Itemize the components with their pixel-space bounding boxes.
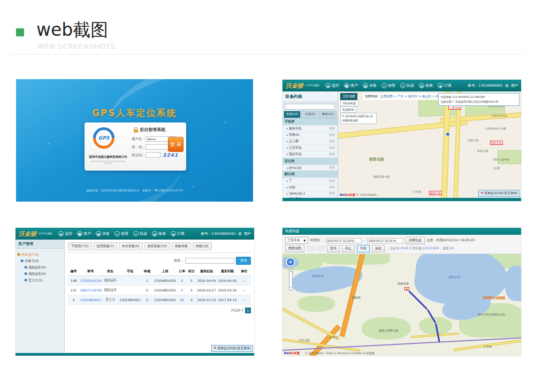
- nav-item[interactable]: ≈ 轨迹: [133, 231, 147, 236]
- device-row[interactable]: 何姐 离线: [282, 185, 338, 191]
- tree-node[interactable]: ☻ 我的运手(0): [17, 264, 63, 271]
- nav-item[interactable]: ▤ 报表: [152, 231, 166, 236]
- device-marker[interactable]: 三星手机: [448, 105, 461, 110]
- cell-orders-link[interactable]: 60: [177, 295, 187, 305]
- time-to-field[interactable]: [367, 238, 403, 243]
- login-button[interactable]: 登 录: [168, 137, 184, 152]
- map-label: 翠湖大厦: [477, 149, 488, 152]
- refresh-button[interactable]: 3秒后刷新: [340, 100, 358, 106]
- user-tab[interactable]: 使用设备(7): [94, 242, 118, 250]
- cell-account-link[interactable]: 13700140156: [79, 276, 102, 286]
- nav-item[interactable]: ◉ 监控: [58, 231, 72, 236]
- alarm-list-bar[interactable]: ⚑ 报警监控列表(暂无警情): [211, 345, 253, 352]
- tree-node[interactable]: ☻ 王立立(1): [17, 277, 63, 283]
- nav-icon: ▦: [363, 83, 368, 88]
- nav-item[interactable]: ≈ 轨迹: [400, 83, 414, 88]
- tree-node[interactable]: ☻ 主账号(3): [17, 258, 63, 264]
- time-from-field[interactable]: [325, 238, 362, 243]
- monitor-screenshot: 沃金骏 人车定位服务 ◉ 监控 ☻ 用户 ▦ 设备: [282, 79, 522, 202]
- device-name: BF4C06: [286, 166, 301, 170]
- user-tab[interactable]: 下级用户(3): [68, 242, 92, 250]
- device-name: 定位类: [285, 159, 295, 164]
- device-row[interactable]: 丁 离线: [282, 178, 338, 185]
- user-tab[interactable]: 未分设备(0): [119, 242, 143, 250]
- user-tab[interactable]: 设备转移: [172, 242, 191, 250]
- playback-control-button[interactable]: 停止: [342, 245, 355, 252]
- search-input[interactable]: [185, 258, 234, 264]
- playback-control-button[interactable]: 暂停: [327, 245, 340, 252]
- cell-account-link[interactable]: 13554856617: [79, 295, 102, 305]
- vehicle-marker[interactable]: ▣: [404, 287, 409, 290]
- device-tab[interactable]: 离线(22): [319, 111, 337, 118]
- device-row[interactable]: 我的手机 离线: [282, 151, 338, 158]
- nav-item[interactable]: ◆ 订单: [438, 83, 452, 88]
- device-row[interactable]: 三星手机 离线: [282, 145, 338, 151]
- map-canvas[interactable]: 丽新花园 丽新花园-A栋 九祥岭村·西区 九祥岭村宿舍 翠湖大厦 绿景大厦 一品…: [338, 91, 521, 198]
- user-tab[interactable]: 虚拟设备(15): [144, 242, 170, 250]
- captcha-image[interactable]: 3241: [163, 152, 178, 158]
- satellite-map-button[interactable]: 卫星地图: [340, 93, 357, 100]
- table-row[interactable]: 131 18923718781 我的运手 0 13554804391 0 5 2…: [68, 286, 251, 295]
- tree-node[interactable]: ☻ 我的运手(0): [17, 271, 63, 277]
- load-track-button[interactable]: 加载轨迹: [406, 237, 425, 244]
- gear-icon[interactable]: ⚙: [505, 83, 509, 88]
- nav-item[interactable]: ◆ 订单: [171, 231, 185, 236]
- breadcrumb-path[interactable]: 全国地图 > 广东 > 深圳市 > 南山区 > 街道: [380, 95, 442, 98]
- device-row[interactable]: 魅族手机 离线: [282, 126, 338, 132]
- device-select[interactable]: 三星手机▼: [285, 237, 308, 244]
- device-tab[interactable]: 全部(22): [284, 111, 301, 118]
- device-row[interactable]: 3BM100-2 离线: [282, 191, 338, 196]
- nav-item[interactable]: ▤ 报表: [419, 83, 433, 88]
- nav-item[interactable]: ⚠ 报警: [114, 231, 128, 236]
- map-canvas[interactable]: ▣ 铁岗水库 西沥水库 西丽茶场 深圳野生动物园 清华大学深圳研究生院 大学城 …: [282, 254, 521, 356]
- alarm-list-bar[interactable]: ⚑ 报警监控列表(暂无警情): [478, 190, 520, 197]
- tree-node[interactable]: ☻ 所有用户(5): [17, 251, 63, 258]
- device-row[interactable]: 手机类: [282, 118, 338, 126]
- cell-orders-link[interactable]: 0: [177, 276, 187, 286]
- box-select-button[interactable]: 框选图形: [340, 106, 356, 113]
- user-tab[interactable]: 转移日志: [193, 242, 212, 250]
- user-menu[interactable]: 用户: [244, 232, 251, 236]
- cell-orders-link[interactable]: 0: [177, 286, 187, 295]
- column-header: 服务到期: [217, 267, 238, 276]
- device-row[interactable]: 定位类: [282, 158, 338, 165]
- cell-account-link[interactable]: 18923718781: [79, 286, 102, 295]
- map-zoom-slider[interactable]: +−: [289, 269, 293, 290]
- device-row[interactable]: 五二腾 离线: [282, 139, 338, 145]
- device-row[interactable]: 我的车辆 离线: [282, 196, 338, 198]
- device-row[interactable]: 苹果6S 离线: [282, 132, 338, 139]
- map-pan-control[interactable]: ✛: [286, 257, 295, 267]
- playback-control-button[interactable]: 加速: [357, 245, 370, 252]
- nav-item[interactable]: ⚠ 报警: [381, 83, 395, 88]
- nav-item[interactable]: ▦ 设备: [363, 83, 377, 88]
- nav-item[interactable]: ☻ 用户: [77, 231, 91, 236]
- zoom-in-button[interactable]: +: [289, 270, 292, 273]
- device-marker[interactable]: 魅族手机: [429, 191, 442, 195]
- nav-item[interactable]: ▦ 设备: [96, 231, 110, 236]
- device-search-input[interactable]: [285, 104, 335, 110]
- column-header: 姓名: [102, 267, 119, 276]
- captcha-field[interactable]: [146, 152, 160, 158]
- coordinate-infobox: 当前坐标:113.960955,22.589384 当前位置:广东省深圳市南山区…: [438, 93, 519, 106]
- map-label: 九祥岭村宿舍: [491, 114, 507, 117]
- device-status: 离线: [329, 166, 335, 170]
- map-label: 九同岭村办公大楼: [485, 127, 506, 130]
- playback-control-button[interactable]: 减速: [372, 245, 385, 252]
- device-row[interactable]: 默认组: [282, 171, 338, 178]
- nav-item[interactable]: ☻ 用户: [344, 83, 358, 88]
- nav-item[interactable]: ◉ 监控: [325, 83, 339, 88]
- reload-map-button[interactable]: 重载地图: [285, 245, 304, 252]
- tree-node-label: 所有用户(5): [21, 252, 39, 256]
- device-tab[interactable]: 在线(0): [301, 111, 318, 118]
- page-number-button[interactable]: 1: [245, 308, 251, 313]
- user-menu[interactable]: 用户: [511, 83, 518, 88]
- device-marker[interactable]: 我的手机: [490, 141, 503, 145]
- refresh-note[interactable]: ☑ 定时刷新全地图手机 按间隔刷新地图: [340, 113, 377, 124]
- zoom-out-button[interactable]: −: [289, 286, 292, 289]
- device-row[interactable]: BF4C06 离线: [282, 165, 338, 171]
- search-button[interactable]: 查询: [236, 257, 251, 265]
- table-row[interactable]: 4 13554856617 王立立 13554856617 0 13554804…: [68, 295, 251, 305]
- password-label: 密 码：: [132, 145, 146, 150]
- gear-icon[interactable]: ⚙: [238, 232, 242, 236]
- table-row[interactable]: 148 13700140156 我的运手 1 13554804391 0 5 2…: [68, 276, 251, 286]
